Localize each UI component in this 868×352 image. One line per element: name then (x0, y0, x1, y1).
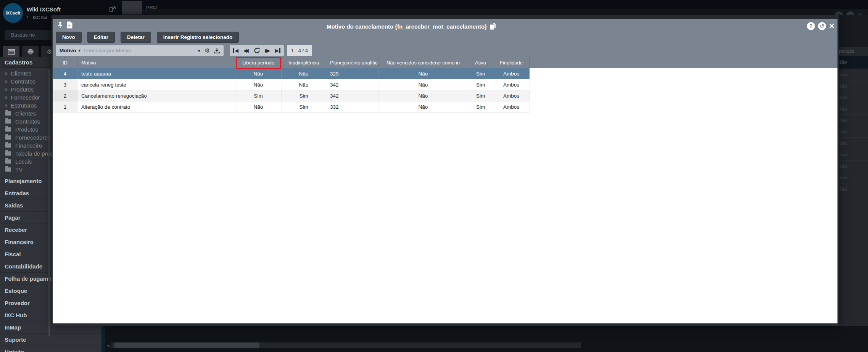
close-icon[interactable]: × (829, 22, 834, 30)
nav-first-icon[interactable]: ◀ (233, 48, 238, 53)
consulta-field-label[interactable]: Motivo (60, 48, 76, 53)
label: Provedor (5, 300, 30, 306)
cell-id: 4 (53, 68, 77, 79)
background-table-rows: NãoNãoNãoNãoNãoNãoNãoNãoNãoNãoNãoNão (839, 56, 868, 194)
column-label: Finalidade (500, 60, 523, 66)
label: Suporte (5, 336, 26, 343)
column-label: ID (63, 60, 68, 66)
cell-libera_periodo: Não (235, 79, 282, 90)
consulta-icons: ▾ ⚙ (198, 48, 220, 54)
cell-finalidade: Ambos (493, 79, 530, 90)
column-header-ativo[interactable]: Ativo (468, 57, 493, 68)
label: Fiscal (5, 251, 21, 257)
folder-icon (5, 159, 11, 164)
column-label: Planejamento analítico (330, 60, 378, 66)
sidebar-section[interactable]: Suporte (0, 333, 101, 346)
column-header-id[interactable]: ▼ ID (53, 57, 77, 68)
background-tab-label: PRO (146, 5, 157, 10)
cell-planejamento: 342 (326, 79, 378, 90)
cell-id: 1 (53, 101, 77, 112)
table-row[interactable]: 1Alteração de contratoNãoSim332NãoSimAmb… (53, 101, 530, 113)
cell-planejamento: 342 (326, 90, 378, 101)
undo-history-icon[interactable]: ↺ (818, 22, 826, 30)
code-file-icon[interactable]: </> (67, 21, 72, 29)
novo-button[interactable]: Novo (56, 32, 82, 43)
label: Produtos (11, 86, 34, 93)
consulta-field[interactable]: Motivo ▾ ▾ ⚙ (56, 45, 224, 56)
modal-toolbar: Novo Editar Deletar Inserir Registro sel… (56, 32, 239, 43)
modal-left-icons: </> (57, 21, 72, 29)
horizontal-scrollbar-thumb[interactable] (114, 342, 259, 348)
background-table-row: Não (839, 183, 868, 194)
modal-header-zone: </> Motivo do cancelamento {fn_areceber_… (53, 19, 837, 68)
cell-ativo: Sim (468, 68, 493, 79)
consulta-input[interactable] (83, 47, 196, 54)
copy-icon[interactable] (490, 23, 496, 30)
cell-finalidade: Ambos (493, 90, 530, 101)
scroll-left-icon[interactable]: ◂ (107, 342, 110, 348)
column-label: Não vencidos considerar como in (386, 60, 460, 66)
editar-button[interactable]: Editar (87, 32, 115, 43)
modal-title-text: Motivo do cancelamento {fn_areceber_mot_… (327, 23, 487, 30)
background-chip (122, 1, 142, 14)
deletar-button[interactable]: Deletar (121, 32, 151, 43)
cell-inadimplencia: Não (282, 68, 326, 79)
background-table-row: Não (839, 149, 868, 160)
sidebar-tabbar: ⚙ (3, 46, 58, 57)
chev-icon (4, 96, 7, 99)
cell-nao_vencidos: Não (378, 90, 468, 101)
column-header-finalidade[interactable]: Finalidade (493, 57, 530, 68)
background-bottom-strip: ◂ (101, 326, 868, 352)
chev-icon (4, 104, 7, 107)
background-column-header: pecção (839, 49, 854, 54)
column-header-libera-periodo[interactable]: Libera período (235, 57, 282, 68)
column-label: Libera período (242, 60, 274, 66)
sidebar-scrollbar[interactable] (48, 69, 50, 336)
table-body: 4teste aaaaaaNãoNão329NãoSimAmbos3cancel… (53, 68, 530, 113)
column-header-inadimplencia[interactable]: Inadimplência (282, 57, 326, 68)
folder-icon (5, 135, 11, 140)
sort-desc-icon: ▼ (64, 57, 67, 59)
code-glyph: </> (68, 24, 71, 27)
horizontal-scrollbar[interactable] (111, 342, 581, 348)
column-header-planejamento[interactable]: Planejamento analítico (326, 57, 378, 68)
label: Contabilidade (5, 263, 42, 270)
nav-last-icon[interactable]: ▶ (275, 48, 280, 53)
modal-title: Motivo do cancelamento {fn_areceber_mot_… (327, 23, 496, 30)
background-table-row: Não (839, 126, 868, 137)
column-header-nao-vencidos[interactable]: Não vencidos considerar como in (378, 57, 468, 68)
cell-finalidade: Ambos (493, 68, 530, 79)
help-icon[interactable]: ? (807, 22, 815, 30)
field-caret-icon[interactable]: ▾ (79, 48, 81, 53)
column-header-motivo[interactable]: Motivo (77, 57, 235, 68)
label: Locais (15, 158, 32, 165)
column-label: Motivo (81, 60, 96, 66)
dropdown-caret-icon[interactable]: ▾ (198, 48, 200, 53)
cell-motivo: teste aaaaaa (77, 68, 235, 79)
sidebar-section[interactable]: Hotsite (0, 346, 101, 352)
background-table-row: Não (839, 56, 868, 69)
label: InMap (5, 324, 21, 331)
table-row[interactable]: 4teste aaaaaaNãoNão329NãoSimAmbos (53, 68, 530, 79)
tab-menu[interactable] (3, 46, 19, 57)
background-table-row: Não (839, 92, 868, 103)
background-window-left-edge (101, 326, 105, 352)
download-icon[interactable] (214, 48, 220, 53)
background-table-row: Não (839, 114, 868, 126)
settings-gears-icon[interactable]: ⚙ (205, 48, 210, 54)
record-counter: 1 - 4 / 4 (287, 45, 312, 56)
cell-planejamento: 329 (326, 68, 378, 79)
tab-print[interactable] (22, 46, 39, 57)
nav-prev-icon[interactable]: ◀◀ (243, 48, 249, 53)
pin-icon[interactable] (57, 22, 63, 28)
nav-next-icon[interactable]: ▶▶ (265, 48, 270, 53)
app-logo[interactable]: IXCsoft (3, 3, 23, 23)
refresh-icon[interactable] (254, 47, 260, 54)
label: Fornecedor (11, 94, 40, 101)
table-row[interactable]: 2Cancelamento renegociaçãoSimSim342NãoSi… (53, 90, 530, 101)
background-table-row: Não (839, 160, 868, 172)
inserir-registro-button[interactable]: Inserir Registro selecionado (157, 32, 239, 43)
cell-libera_periodo: Não (235, 68, 282, 79)
table-row[interactable]: 3cancela reneg testeNãoNão342NãoSimAmbos (53, 79, 530, 90)
cell-ativo: Sim (468, 101, 493, 112)
